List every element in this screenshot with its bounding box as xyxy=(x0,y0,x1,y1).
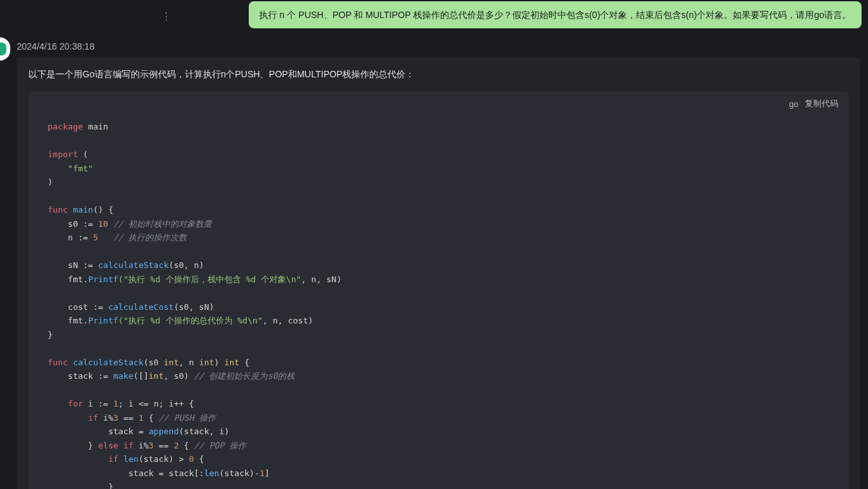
code-header: go 复制代码 xyxy=(28,91,849,112)
message-timestamp: 2024/4/16 20:38:18 xyxy=(17,41,868,52)
assistant-message: 以下是一个用Go语言编写的示例代码，计算执行n个PUSH、POP和MULTIPO… xyxy=(17,57,860,489)
assistant-avatar xyxy=(0,37,10,61)
assistant-intro-text: 以下是一个用Go语言编写的示例代码，计算执行n个PUSH、POP和MULTIPO… xyxy=(28,67,849,82)
code-content[interactable]: package main import ( "fmt" ) func main(… xyxy=(28,112,849,489)
message-more-icon[interactable]: ⋮ xyxy=(161,12,171,22)
assistant-avatar-icon xyxy=(0,40,6,58)
user-message-bubble: 执行 n 个 PUSH、POP 和 MULTIPOP 栈操作的总代价是多少？假定… xyxy=(249,1,862,28)
copy-code-button[interactable]: 复制代码 xyxy=(805,98,838,110)
code-language-label: go xyxy=(789,99,798,109)
code-block: go 复制代码 package main import ( "fmt" ) fu… xyxy=(28,91,849,489)
user-message-text: 执行 n 个 PUSH、POP 和 MULTIPOP 栈操作的总代价是多少？假定… xyxy=(259,10,851,20)
